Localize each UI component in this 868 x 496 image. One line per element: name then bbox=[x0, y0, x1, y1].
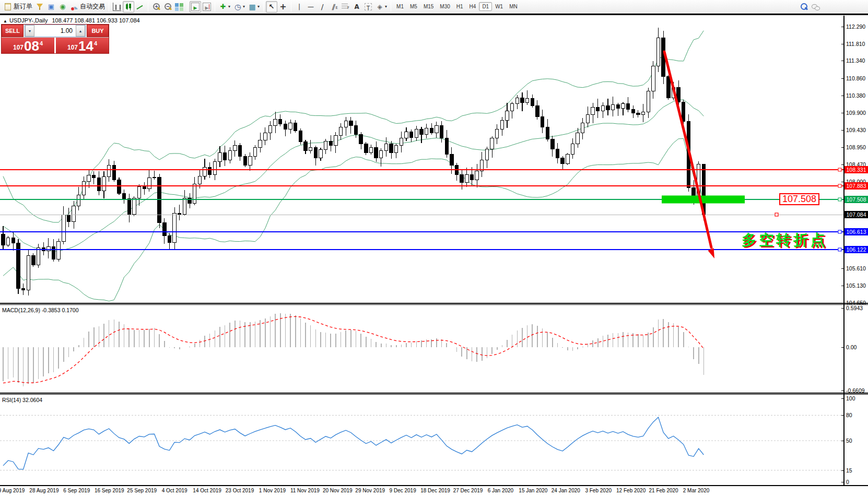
tile-windows-icon bbox=[175, 3, 183, 11]
price-tick-label: 108.000 bbox=[846, 179, 866, 185]
toolbar-right-icons bbox=[798, 1, 821, 13]
autotrading-button[interactable]: 自动交易 bbox=[68, 1, 107, 13]
shapes-icon bbox=[376, 3, 384, 11]
date-label: 24 Jan 2020 bbox=[545, 488, 587, 493]
price-tick-label: 111.340 bbox=[846, 57, 865, 64]
chart-window[interactable]: ▲USDJPY-,Daily108.477 108.481 106.933 10… bbox=[0, 15, 868, 496]
tile-windows-button[interactable] bbox=[173, 1, 185, 13]
channel-icon bbox=[330, 3, 338, 11]
pane-separator[interactable] bbox=[0, 393, 868, 395]
macd-pane[interactable] bbox=[0, 305, 843, 393]
label-button[interactable] bbox=[362, 1, 374, 13]
turning-point-annotation[interactable]: 多空转折点 bbox=[742, 230, 828, 250]
rsi-pane[interactable] bbox=[0, 395, 843, 485]
rsi-axis-label: 80 bbox=[846, 412, 852, 418]
dropdown-arrow-icon[interactable]: ▾ bbox=[228, 4, 230, 9]
timeframe-m30-button[interactable]: M30 bbox=[437, 2, 453, 11]
time-axis-line bbox=[0, 485, 868, 486]
date-label: 9 Aug 2019 bbox=[0, 488, 32, 493]
price-badge-107.883: 107.883 bbox=[844, 182, 868, 190]
buy-button[interactable]: BUY bbox=[87, 25, 109, 37]
chat-button[interactable] bbox=[810, 1, 821, 13]
zoom-out-button[interactable] bbox=[162, 1, 173, 13]
zoom-in-button[interactable] bbox=[150, 1, 162, 13]
timeframe-m1-button[interactable]: M1 bbox=[393, 2, 407, 11]
volume-increase-button[interactable]: ▲ bbox=[76, 25, 85, 37]
symbol-period-label: USDJPY-,Daily bbox=[9, 17, 48, 23]
dropdown-arrow-icon[interactable]: ▾ bbox=[243, 4, 245, 9]
new-order-button[interactable]: 新订单 bbox=[2, 1, 34, 13]
sell-button[interactable]: SELL bbox=[2, 25, 24, 37]
price-badge-107.508: 107.508 bbox=[844, 196, 868, 203]
templates-icon bbox=[248, 3, 256, 11]
chart-title: ▲USDJPY-,Daily108.477 108.481 106.933 10… bbox=[3, 17, 140, 23]
crosshair-button[interactable] bbox=[277, 1, 289, 13]
buy-price[interactable]: 107144 bbox=[56, 38, 109, 53]
price-tick-label: 108.950 bbox=[846, 144, 866, 150]
market-watch-button[interactable] bbox=[34, 1, 45, 13]
toolbar-separator bbox=[391, 2, 391, 11]
date-label: 15 Jan 2020 bbox=[512, 488, 554, 493]
collapse-triangle-icon[interactable]: ▲ bbox=[3, 19, 7, 23]
timeframe-h1-button[interactable]: H1 bbox=[453, 2, 466, 11]
chart-shift-button[interactable] bbox=[201, 1, 213, 13]
price-flag-label[interactable]: 107.508 bbox=[779, 193, 819, 205]
candlestick-button[interactable] bbox=[123, 1, 134, 13]
sell-pips: 08 bbox=[24, 39, 39, 53]
sell-price[interactable]: 107084 bbox=[2, 38, 54, 53]
timeframe-m15-button[interactable]: M15 bbox=[420, 2, 437, 11]
strategy-tester-button[interactable] bbox=[57, 1, 68, 13]
hline-button[interactable] bbox=[305, 1, 316, 13]
fibonacci-button[interactable] bbox=[339, 1, 351, 13]
shapes-button[interactable]: ▾ bbox=[374, 1, 389, 13]
dropdown-arrow-icon[interactable]: ▾ bbox=[257, 4, 260, 9]
price-axis-line[interactable] bbox=[843, 16, 844, 486]
fibonacci-icon bbox=[341, 3, 349, 11]
new-order-icon bbox=[5, 3, 11, 10]
rsi-line bbox=[3, 417, 703, 469]
cursor-button[interactable] bbox=[266, 1, 277, 13]
search-button[interactable] bbox=[798, 1, 810, 13]
trendline-button[interactable] bbox=[316, 1, 328, 13]
macd-axis-label: 0.00 bbox=[846, 344, 857, 350]
ohlc-values: 108.477 108.481 106.933 107.084 bbox=[52, 17, 139, 23]
macd-values: -0.3853 0.1700 bbox=[42, 307, 79, 313]
templates-button[interactable]: ▾ bbox=[247, 1, 261, 13]
volume-stepper: ▼ 1.00 ▲ bbox=[25, 25, 86, 37]
pane-separator[interactable] bbox=[0, 303, 868, 305]
bollinger-upper-band bbox=[3, 31, 703, 222]
label-icon bbox=[365, 3, 372, 10]
toolbar-item-label: 新订单 bbox=[14, 2, 32, 11]
vline-button[interactable] bbox=[294, 1, 305, 13]
main-price-pane[interactable] bbox=[0, 16, 843, 303]
line-chart-button[interactable] bbox=[134, 1, 146, 13]
volume-decrease-button[interactable]: ▼ bbox=[25, 25, 34, 37]
macd-indicator-label: MACD(12,26,9) -0.3853 0.1700 bbox=[2, 307, 79, 313]
support-highlight-bar[interactable] bbox=[662, 195, 745, 203]
zoom-in-icon bbox=[152, 3, 160, 11]
macd-signal-line bbox=[3, 316, 703, 383]
volume-value[interactable]: 1.00 bbox=[34, 25, 76, 37]
rsi-axis-label: 50 bbox=[846, 438, 852, 444]
bar-chart-button[interactable] bbox=[111, 1, 123, 13]
date-label: 23 Oct 2019 bbox=[219, 488, 261, 493]
rsi-axis-label: 100 bbox=[846, 395, 855, 401]
periods-button[interactable]: ▾ bbox=[232, 1, 247, 13]
price-badge-108.331: 108.331 bbox=[844, 166, 868, 173]
indicators-button[interactable]: ▾ bbox=[217, 1, 232, 13]
timeframe-m5-button[interactable]: M5 bbox=[407, 2, 420, 11]
timeframe-mn-button[interactable]: MN bbox=[506, 2, 521, 11]
data-window-button[interactable] bbox=[45, 1, 57, 13]
channel-button[interactable] bbox=[328, 1, 339, 13]
text-button[interactable] bbox=[351, 1, 362, 13]
timeframe-d1-button[interactable]: D1 bbox=[479, 2, 492, 11]
timeframe-h4-button[interactable]: H4 bbox=[466, 2, 479, 11]
flag-anchor-marker bbox=[775, 213, 778, 216]
auto-scroll-button[interactable] bbox=[190, 1, 201, 13]
dropdown-arrow-icon[interactable]: ▾ bbox=[385, 4, 387, 9]
timeframe-w1-button[interactable]: W1 bbox=[492, 2, 506, 11]
rsi-axis-label: 15 bbox=[846, 467, 852, 474]
trend-arrow-line[interactable] bbox=[664, 52, 711, 247]
buy-big-figure: 107 bbox=[67, 44, 78, 51]
data-window-icon bbox=[47, 3, 55, 11]
